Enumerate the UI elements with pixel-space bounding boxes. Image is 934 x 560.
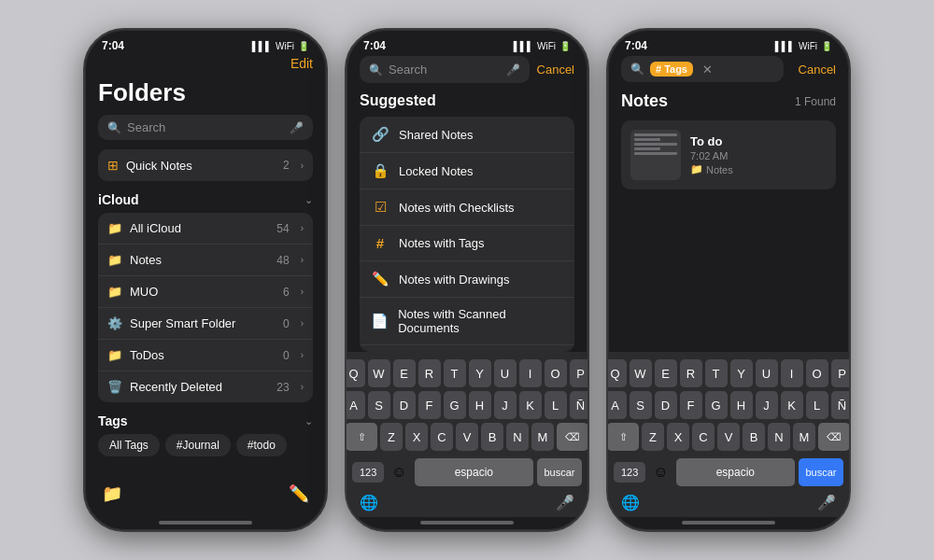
kb-space-3[interactable]: espacio (676, 458, 795, 486)
kb3-b[interactable]: B (743, 423, 765, 451)
kb3-s[interactable]: S (630, 391, 652, 419)
kb3-g[interactable]: G (705, 391, 728, 419)
cancel-button-3[interactable]: Cancel (799, 63, 836, 77)
keyboard-2[interactable]: Q W E R T Y U I O P A S D F G H (347, 352, 587, 517)
kb-num-2[interactable]: 123 (352, 462, 384, 483)
kb3-o[interactable]: O (806, 359, 828, 387)
note-card[interactable]: To do 7:02 AM 📁 Notes (621, 120, 836, 189)
kb3-t[interactable]: T (705, 359, 728, 387)
kb3-x[interactable]: X (667, 423, 689, 451)
tag-todo[interactable]: #todo (236, 434, 287, 456)
kb3-n[interactable]: N (768, 423, 790, 451)
kb3-y[interactable]: Y (730, 359, 753, 387)
kb3-v[interactable]: V (717, 423, 740, 451)
kb-space-2[interactable]: espacio (415, 458, 533, 486)
quick-notes-row[interactable]: ⊞ Quick Notes 2 › (98, 149, 313, 181)
suggestion-locked[interactable]: 🔒 Locked Notes (360, 153, 574, 189)
kb-mic-2[interactable]: 🎤 (556, 494, 574, 511)
kb3-e[interactable]: E (655, 359, 677, 387)
kb3-j[interactable]: J (756, 391, 778, 419)
kb-u[interactable]: U (494, 359, 517, 387)
kb-j[interactable]: J (494, 391, 517, 419)
folder-item-muo[interactable]: 📁 MUO 6 › (98, 276, 313, 308)
folder-item-deleted[interactable]: 🗑️ Recently Deleted 23 › (98, 371, 313, 402)
kb-l[interactable]: L (545, 391, 567, 419)
kb-shift[interactable]: ⇧ (347, 423, 377, 451)
kb3-ntilde[interactable]: Ñ (831, 391, 850, 419)
kb-num-3[interactable]: 123 (614, 462, 645, 483)
kb-s[interactable]: S (368, 391, 390, 419)
kb-k[interactable]: K (519, 391, 542, 419)
kb3-z[interactable]: Z (642, 423, 664, 451)
folder-item-allicloud[interactable]: 📁 All iCloud 54 › (98, 213, 313, 245)
kb3-q[interactable]: Q (608, 359, 627, 387)
kb-emoji-2[interactable]: ☺ (388, 460, 410, 484)
kb-p[interactable]: P (570, 359, 588, 387)
kb3-u[interactable]: U (756, 359, 778, 387)
keyboard-3[interactable]: Q W E R T Y U I O P A S D F G H (608, 352, 849, 517)
kb3-d[interactable]: D (655, 391, 677, 419)
mic-icon-2[interactable]: 🎤 (506, 63, 520, 77)
kb3-i[interactable]: I (781, 359, 803, 387)
kb3-m[interactable]: M (793, 423, 815, 451)
kb-x[interactable]: X (405, 423, 428, 451)
icloud-chevron[interactable]: ⌄ (304, 194, 313, 206)
search-input-2[interactable]: 🔍 Search 🎤 (360, 56, 530, 83)
suggestion-shared[interactable]: 🔗 Shared Notes (360, 117, 574, 153)
suggestion-checklists[interactable]: ☑ Notes with Checklists (360, 189, 574, 226)
kb-buscar-3[interactable]: buscar (799, 458, 843, 486)
folder-bottom-icon[interactable]: 📁 (102, 483, 122, 504)
kb-a[interactable]: A (347, 391, 365, 419)
kb-h[interactable]: H (469, 391, 491, 419)
kb-q[interactable]: Q (347, 359, 365, 387)
cancel-button-2[interactable]: Cancel (537, 63, 574, 77)
tag-journal[interactable]: #Journal (165, 434, 231, 456)
kb-w[interactable]: W (368, 359, 390, 387)
kb-z[interactable]: Z (380, 423, 403, 451)
folder-item-notes[interactable]: 📁 Notes 48 › (98, 245, 313, 276)
kb-backspace[interactable]: ⌫ (557, 423, 587, 451)
kb-m[interactable]: M (531, 423, 554, 451)
kb-n-tilde[interactable]: Ñ (570, 391, 588, 419)
suggestion-drawings[interactable]: ✏️ Notes with Drawings (360, 261, 574, 298)
suggestion-tags[interactable]: # Notes with Tags (360, 226, 574, 261)
kb3-p[interactable]: P (831, 359, 850, 387)
kb-r[interactable]: R (418, 359, 441, 387)
kb3-r[interactable]: R (680, 359, 702, 387)
edit-button[interactable]: Edit (290, 56, 313, 71)
tag-clear-button[interactable]: ✕ (702, 63, 713, 77)
kb3-h[interactable]: H (730, 391, 753, 419)
kb-emoji-3[interactable]: ☺ (649, 460, 672, 484)
kb3-l[interactable]: L (806, 391, 828, 419)
tag-search-pill[interactable]: 🔍 # Tags ✕ (621, 56, 784, 82)
kb-m2[interactable]: N (506, 423, 529, 451)
kb-e[interactable]: E (393, 359, 416, 387)
kb3-backspace[interactable]: ⌫ (818, 423, 849, 451)
kb-t[interactable]: T (444, 359, 466, 387)
kb-buscar-2[interactable]: buscar (537, 458, 582, 486)
kb-g[interactable]: G (444, 391, 466, 419)
kb-globe-2[interactable]: 🌐 (360, 494, 378, 511)
kb-o[interactable]: O (545, 359, 567, 387)
folder-item-todos[interactable]: 📁 ToDos 0 › (98, 340, 313, 371)
compose-icon[interactable]: ✏️ (289, 483, 309, 504)
tag-pill-active[interactable]: # Tags (650, 62, 693, 77)
search-bar-1[interactable]: 🔍 Search 🎤 (98, 115, 313, 140)
kb-v[interactable]: V (456, 423, 478, 451)
kb3-f[interactable]: F (680, 391, 702, 419)
kb-y[interactable]: Y (469, 359, 491, 387)
folder-item-smart[interactable]: ⚙️ Super Smart Folder 0 › (98, 308, 313, 340)
tags-chevron[interactable]: ⌄ (304, 415, 313, 427)
kb-d[interactable]: D (393, 391, 416, 419)
kb-b[interactable]: B (481, 423, 503, 451)
kb-i[interactable]: I (519, 359, 542, 387)
kb-c[interactable]: C (431, 423, 453, 451)
kb3-shift[interactable]: ⇧ (608, 423, 639, 451)
kb3-k[interactable]: K (781, 391, 803, 419)
tag-all[interactable]: All Tags (98, 434, 160, 456)
kb3-a[interactable]: A (608, 391, 627, 419)
suggestion-scanned[interactable]: 📄 Notes with Scanned Documents (360, 298, 574, 345)
kb3-c[interactable]: C (692, 423, 715, 451)
kb-globe-3[interactable]: 🌐 (621, 494, 640, 511)
kb3-w[interactable]: W (630, 359, 652, 387)
